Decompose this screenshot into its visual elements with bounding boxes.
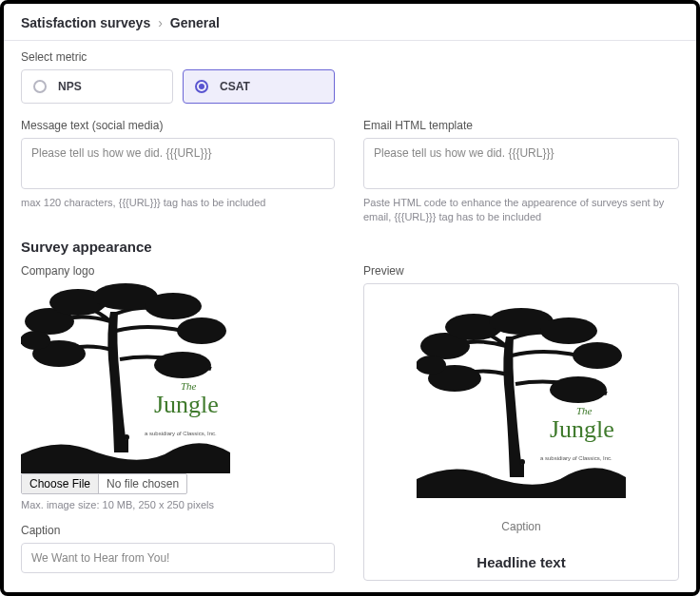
breadcrumb: Satisfaction surveys › General: [4, 15, 696, 41]
email-template-label: Email HTML template: [363, 119, 679, 132]
metric-option-label: CSAT: [220, 80, 250, 93]
email-template-help: Paste HTML code to enhance the appearenc…: [363, 196, 679, 225]
jungle-logo-svg: The Jungle a subsidiary of Classics, Inc…: [21, 283, 230, 473]
caption-input[interactable]: [21, 543, 335, 573]
logo-text-main: Jungle: [154, 391, 219, 418]
preview-label: Preview: [363, 264, 679, 278]
svg-point-14: [550, 376, 607, 403]
survey-appearance-heading: Survey appearance: [21, 239, 679, 255]
file-status: No file chosen: [99, 474, 186, 493]
logo-help: Max. image size: 10 MB, 250 x 250 pixels: [21, 498, 335, 512]
breadcrumb-root[interactable]: Satisfaction surveys: [21, 15, 150, 30]
message-text-label: Message text (social media): [21, 119, 335, 132]
choose-file-button[interactable]: Choose File: [22, 474, 99, 493]
caption-label: Caption: [21, 524, 335, 537]
company-logo-image: The Jungle a subsidiary of Classics, Inc…: [21, 283, 230, 473]
file-picker: Choose File No file chosen: [21, 473, 187, 494]
breadcrumb-current: General: [170, 15, 220, 30]
select-metric-label: Select metric: [21, 50, 679, 64]
svg-text:a subsidiary of Classics, Inc.: a subsidiary of Classics, Inc.: [540, 455, 612, 461]
svg-point-15: [417, 356, 446, 375]
jungle-logo-svg: The Jungle a subsidiary of Classics, Inc…: [417, 294, 626, 512]
svg-point-11: [540, 317, 597, 344]
svg-point-4: [177, 317, 226, 344]
radio-icon: [195, 80, 208, 93]
svg-text:Jungle: Jungle: [550, 415, 614, 443]
message-text-help: max 120 characters, {{{URL}}} tag has to…: [21, 196, 335, 210]
metric-radio-group: NPS CSAT: [21, 69, 679, 104]
logo-subtext: a subsidiary of Classics, Inc.: [145, 431, 217, 436]
metric-option-nps[interactable]: NPS: [21, 69, 173, 104]
metric-option-label: NPS: [58, 80, 82, 93]
preview-panel: The Jungle a subsidiary of Classics, Inc…: [363, 283, 679, 581]
metric-option-csat[interactable]: CSAT: [183, 69, 335, 104]
preview-caption: Caption: [374, 520, 669, 533]
preview-headline: Headline text: [374, 554, 669, 570]
message-text-input[interactable]: [21, 138, 335, 189]
chevron-right-icon: ›: [158, 15, 163, 30]
email-template-input[interactable]: [363, 138, 679, 189]
svg-point-3: [145, 293, 202, 319]
svg-point-6: [154, 352, 211, 378]
svg-point-7: [21, 331, 50, 350]
svg-point-12: [573, 342, 622, 369]
preview-logo-image: The Jungle a subsidiary of Classics, Inc…: [417, 294, 626, 512]
company-logo-label: Company logo: [21, 264, 335, 278]
radio-icon: [33, 80, 47, 93]
